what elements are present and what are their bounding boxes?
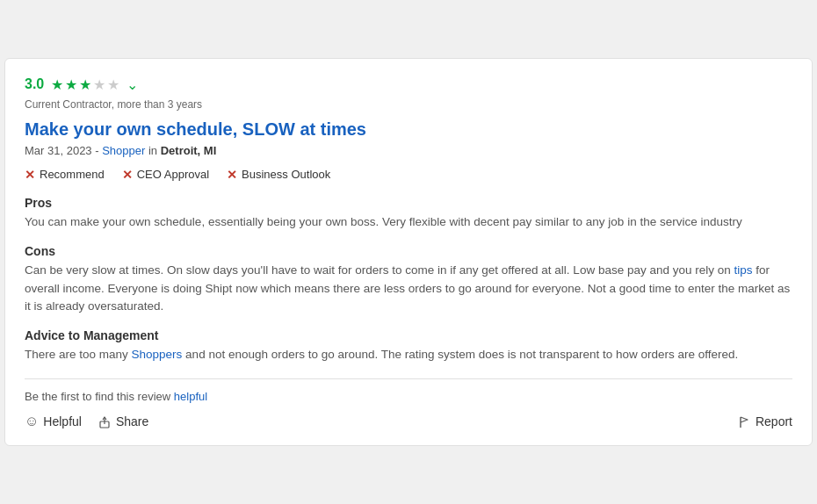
star-4: ★	[93, 76, 105, 93]
badge-outlook: ✕ Business Outlook	[227, 168, 330, 182]
pros-section: Pros You can make your own schedule, ess…	[25, 196, 792, 232]
review-meta-separator: -	[95, 144, 102, 157]
reviewer-role: Shopper	[102, 144, 145, 157]
badge-x-icon-ceo: ✕	[122, 168, 133, 182]
badge-recommend: ✕ Recommend	[25, 168, 105, 182]
share-button-label: Share	[116, 414, 148, 428]
helpful-button-label: Helpful	[43, 414, 82, 428]
review-meta-in: in	[148, 144, 161, 157]
star-3: ★	[79, 76, 91, 93]
cons-tips-link: tips	[734, 263, 753, 277]
star-2: ★	[65, 76, 77, 93]
advice-section: Advice to Management There are too many …	[25, 328, 792, 364]
badge-ceo: ✕ CEO Approval	[122, 168, 209, 182]
flag-icon	[737, 414, 751, 429]
advice-label: Advice to Management	[25, 328, 792, 342]
cons-section: Cons Can be very slow at times. On slow …	[25, 244, 792, 317]
review-title: Make your own schedule, SLOW at times	[25, 119, 792, 140]
advice-text: There are too many Shoppers and not enou…	[25, 346, 792, 364]
star-1: ★	[51, 76, 63, 93]
helpful-callout: Be the first to find this review helpful	[25, 390, 792, 403]
share-icon	[98, 414, 112, 429]
badge-x-icon-recommend: ✕	[25, 168, 35, 182]
helpful-prefix: Be the first to find this review	[25, 390, 170, 403]
pros-text: You can make your own schedule, essentia…	[25, 213, 792, 232]
pros-label: Pros	[25, 196, 792, 210]
cons-text: Can be very slow at times. On slow days …	[25, 262, 792, 317]
reviewer-location: Detroit, MI	[161, 144, 217, 157]
review-card: 3.0 ★ ★ ★ ★ ★ ⌄ Current Contractor, more…	[4, 58, 813, 447]
chevron-down-icon[interactable]: ⌄	[127, 76, 138, 93]
cons-label: Cons	[25, 244, 792, 258]
badge-recommend-label: Recommend	[40, 168, 105, 181]
left-actions: ☺ Helpful Share	[25, 414, 148, 429]
helpful-icon: ☺	[25, 414, 39, 429]
badge-ceo-label: CEO Approval	[137, 168, 209, 181]
badge-outlook-label: Business Outlook	[242, 168, 330, 181]
divider	[25, 378, 792, 379]
badge-x-icon-outlook: ✕	[227, 168, 237, 182]
rating-score: 3.0	[25, 76, 44, 92]
badges-row: ✕ Recommend ✕ CEO Approval ✕ Business Ou…	[25, 168, 792, 182]
rating-row: 3.0 ★ ★ ★ ★ ★ ⌄	[25, 76, 792, 93]
helpful-button[interactable]: ☺ Helpful	[25, 414, 82, 429]
report-button[interactable]: Report	[737, 414, 792, 429]
review-date: Mar 31, 2023	[25, 144, 92, 157]
report-button-label: Report	[756, 414, 792, 428]
star-5: ★	[107, 76, 119, 93]
advice-shoppers-link: Shoppers	[132, 348, 183, 361]
review-meta: Mar 31, 2023 - Shopper in Detroit, MI	[25, 144, 792, 157]
star-rating: ★ ★ ★ ★ ★	[51, 76, 119, 93]
helpful-link[interactable]: helpful	[174, 390, 207, 403]
share-button[interactable]: Share	[98, 414, 148, 429]
actions-row: ☺ Helpful Share	[25, 414, 792, 429]
reviewer-type: Current Contractor, more than 3 years	[25, 98, 792, 111]
